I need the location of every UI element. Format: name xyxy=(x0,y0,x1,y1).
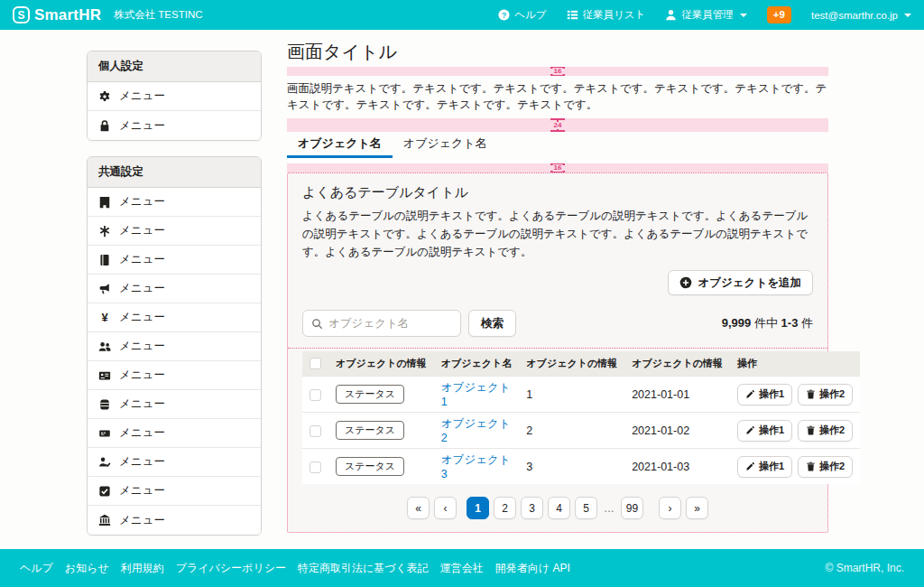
pagination-prev-button[interactable]: ‹ xyxy=(434,497,457,519)
smarthr-logo[interactable]: S SmartHR xyxy=(13,6,101,24)
employee-list-label: 従業員リスト xyxy=(583,8,646,22)
pagination-page-3[interactable]: 3 xyxy=(521,497,543,519)
column-header: オブジェクトの情報 xyxy=(624,351,730,377)
tab-object-name-1[interactable]: オブジェクト名 xyxy=(287,135,393,158)
search-input[interactable] xyxy=(328,317,452,330)
edit-action-button[interactable]: 操作1 xyxy=(737,420,792,442)
sidebar-item-person-check-menu[interactable]: メニュー xyxy=(88,448,261,477)
app-footer: ヘルプ お知らせ 利用規約 プライバシーポリシー 特定商取引法に基づく表記 運営… xyxy=(0,549,924,587)
row-checkbox[interactable] xyxy=(310,389,321,401)
sidebar-item-building-menu[interactable]: メニュー xyxy=(88,188,261,217)
spacing-annotation-16b: 16 xyxy=(287,163,828,172)
delete-action-button[interactable]: 操作2 xyxy=(798,420,853,442)
book-icon xyxy=(98,254,111,266)
pagination-last-button[interactable]: » xyxy=(686,497,708,519)
object-info-cell: 3 xyxy=(519,449,624,485)
copyright: © SmartHR, Inc. xyxy=(825,562,904,574)
gear-icon xyxy=(98,90,111,103)
measure-icon: 16 xyxy=(550,67,565,76)
pagination-page-5[interactable]: 5 xyxy=(575,497,597,519)
sidebar-section-title: 個人設定 xyxy=(88,51,261,82)
table-section-description: よくあるテーブルの説明テキストです。よくあるテーブルの説明テキストです。よくある… xyxy=(302,207,813,261)
object-link[interactable]: オブジェクト2 xyxy=(441,417,511,444)
spacing-value: 16 xyxy=(553,164,563,172)
pagination-page-99[interactable]: 99 xyxy=(621,497,643,519)
add-object-button[interactable]: オブジェクトを追加 xyxy=(668,270,813,295)
pagination-page-1[interactable]: 1 xyxy=(467,497,489,519)
sidebar-section-common: 共通設定 メニュー メニュー メニュー メニュー ¥ メニュー メニュー メニュ… xyxy=(87,156,262,536)
table-section-title: よくあるテーブルタイトル xyxy=(302,184,813,201)
column-header: オブジェクト名 xyxy=(434,351,520,377)
status-badge: ステータス xyxy=(336,421,404,440)
table-row: ステータス オブジェクト1 1 2021-01-01 操作1 操作2 xyxy=(302,377,860,413)
object-info-cell: 1 xyxy=(519,377,624,413)
action-label: 操作2 xyxy=(819,387,845,401)
pagination-page-2[interactable]: 2 xyxy=(494,497,516,519)
row-checkbox[interactable] xyxy=(310,461,321,473)
employee-admin-label: 従業員管理 xyxy=(681,8,734,22)
object-link[interactable]: オブジェクト1 xyxy=(441,381,511,408)
footer-link-terms[interactable]: 利用規約 xyxy=(121,561,164,576)
help-link[interactable]: ? ヘルプ xyxy=(498,8,546,22)
sidebar-item-label: メニュー xyxy=(119,368,165,383)
delete-action-button[interactable]: 操作2 xyxy=(798,456,853,478)
pagination-page-4[interactable]: 4 xyxy=(548,497,570,519)
sidebar-item-database-menu[interactable]: メニュー xyxy=(88,390,261,419)
footer-link-privacy[interactable]: プライバシーポリシー xyxy=(176,561,286,576)
help-icon: ? xyxy=(498,9,510,21)
sidebar-item-checkbox-menu[interactable]: メニュー xyxy=(88,477,261,506)
sidebar-item-label: メニュー xyxy=(119,396,165,412)
sidebar-item-yen-menu[interactable]: ¥ メニュー xyxy=(88,303,261,332)
pagination-next-button[interactable]: › xyxy=(659,497,681,519)
spacing-annotation-16: 16 xyxy=(287,67,828,76)
account-menu[interactable]: test@smarthr.co.jp xyxy=(811,10,911,21)
chevron-down-icon xyxy=(904,14,911,17)
select-all-checkbox[interactable] xyxy=(310,358,321,369)
person-check-icon xyxy=(98,456,111,469)
edit-action-button[interactable]: 操作1 xyxy=(737,384,792,405)
status-badge: ステータス xyxy=(336,385,404,404)
sidebar-item-users-menu[interactable]: メニュー xyxy=(88,332,261,361)
main-content: 画面タイトル 16 画面説明テキストです。テキストです。テキストです。テキストで… xyxy=(287,42,828,533)
notification-badge[interactable]: +9 xyxy=(767,6,791,24)
sidebar-item-book-menu[interactable]: メニュー xyxy=(88,246,261,275)
sidebar-item-bank-menu[interactable]: メニュー xyxy=(88,506,261,535)
search-button[interactable]: 検索 xyxy=(468,310,516,337)
page-description: 画面説明テキストです。テキストです。テキストです。テキストです。テキストです。テ… xyxy=(287,80,828,113)
spacing-annotation-24: 24 xyxy=(287,118,828,132)
footer-link-news[interactable]: お知らせ xyxy=(65,561,109,576)
sidebar-item-text-badge-menu[interactable]: メニュー xyxy=(88,419,261,448)
employee-list-link[interactable]: 従業員リスト xyxy=(567,8,646,22)
sidebar-item-label: メニュー xyxy=(119,310,165,325)
count-total: 9,999 xyxy=(722,316,752,330)
object-table: オブジェクトの情報 オブジェクト名 オブジェクトの情報 オブジェクトの情報 操作… xyxy=(302,351,860,484)
checkbox-icon xyxy=(98,485,111,498)
footer-link-company[interactable]: 運営会社 xyxy=(440,561,484,576)
pagination-ellipsis: … xyxy=(602,502,616,515)
sidebar-item-asterisk-menu[interactable]: メニュー xyxy=(88,217,261,246)
employee-admin-menu[interactable]: 従業員管理 xyxy=(665,8,747,22)
logo-letter: S xyxy=(17,10,24,21)
pagination-first-button[interactable]: « xyxy=(407,497,430,519)
smarthr-logo-icon: S xyxy=(13,6,30,23)
delete-action-button[interactable]: 操作2 xyxy=(798,384,853,405)
footer-link-developer-api[interactable]: 開発者向け API xyxy=(495,561,570,576)
sidebar-item-lock-menu[interactable]: メニュー xyxy=(88,111,261,140)
sidebar-item-label: メニュー xyxy=(119,252,165,267)
action-label: 操作2 xyxy=(819,460,845,473)
sidebar-item-label: メニュー xyxy=(119,118,165,134)
measure-icon: 16 xyxy=(550,163,565,172)
row-checkbox[interactable] xyxy=(310,425,321,437)
column-header: 操作 xyxy=(730,351,860,377)
sidebar-item-gear-menu[interactable]: メニュー xyxy=(88,82,261,111)
footer-link-commercial-law[interactable]: 特定商取引法に基づく表記 xyxy=(298,561,429,576)
tab-object-name-2[interactable]: オブジェクト名 xyxy=(393,135,498,158)
object-link[interactable]: オブジェクト3 xyxy=(441,453,511,480)
sidebar-item-megaphone-menu[interactable]: メニュー xyxy=(88,275,261,303)
sidebar-item-label: メニュー xyxy=(119,339,165,354)
footer-link-help[interactable]: ヘルプ xyxy=(20,561,53,576)
object-info-cell: 2 xyxy=(519,413,624,449)
edit-action-button[interactable]: 操作1 xyxy=(737,456,792,478)
sidebar-item-label: メニュー xyxy=(119,513,165,528)
sidebar-item-id-card-menu[interactable]: メニュー xyxy=(88,361,261,390)
